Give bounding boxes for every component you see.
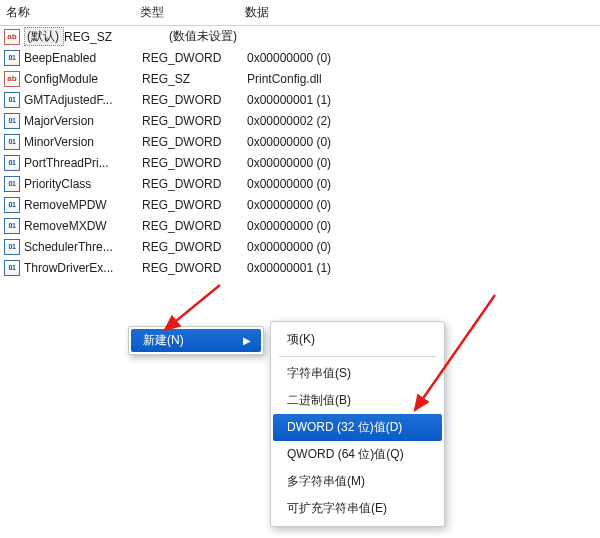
value-data: 0x00000000 (0) [247,240,600,254]
value-name: MajorVersion [24,114,142,128]
registry-value-row[interactable]: RemoveMPDWREG_DWORD0x00000000 (0) [0,194,600,215]
dword-value-icon [4,197,20,213]
registry-value-row[interactable]: PortThreadPri...REG_DWORD0x00000000 (0) [0,152,600,173]
registry-value-row[interactable]: RemoveMXDWREG_DWORD0x00000000 (0) [0,215,600,236]
menu-item[interactable]: QWORD (64 位)值(Q) [273,441,442,468]
value-data: 0x00000001 (1) [247,93,600,107]
dword-value-icon [4,92,20,108]
value-data: 0x00000000 (0) [247,51,600,65]
registry-value-row[interactable]: BeepEnabledREG_DWORD0x00000000 (0) [0,47,600,68]
registry-list-header: 名称 类型 数据 [0,0,600,26]
menu-item-new[interactable]: 新建(N) ▶ [131,329,261,352]
value-name: PriorityClass [24,177,142,191]
column-header-type[interactable]: 类型 [140,4,245,21]
value-type: REG_DWORD [142,51,247,65]
string-value-icon [4,29,20,45]
dword-value-icon [4,50,20,66]
dword-value-icon [4,113,20,129]
menu-item[interactable]: DWORD (32 位)值(D) [273,414,442,441]
registry-value-row[interactable]: MajorVersionREG_DWORD0x00000002 (2) [0,110,600,131]
dword-value-icon [4,260,20,276]
value-type: REG_DWORD [142,114,247,128]
value-type: REG_DWORD [142,261,247,275]
value-name: GMTAdjustedF... [24,93,142,107]
registry-value-list: (默认)REG_SZ(数值未设置)BeepEnabledREG_DWORD0x0… [0,26,600,278]
registry-value-row[interactable]: (默认)REG_SZ(数值未设置) [0,26,600,47]
registry-value-row[interactable]: GMTAdjustedF...REG_DWORD0x00000001 (1) [0,89,600,110]
value-name: PortThreadPri... [24,156,142,170]
value-type: REG_DWORD [142,240,247,254]
menu-item[interactable]: 字符串值(S) [273,360,442,387]
value-name: RemoveMXDW [24,219,142,233]
dword-value-icon [4,176,20,192]
value-data: (数值未设置) [169,28,600,45]
column-header-data[interactable]: 数据 [245,4,600,21]
value-data: 0x00000000 (0) [247,135,600,149]
value-type: REG_DWORD [142,93,247,107]
value-type: REG_DWORD [142,219,247,233]
submenu-arrow-icon: ▶ [243,335,251,346]
dword-value-icon [4,155,20,171]
svg-line-0 [165,285,220,330]
dword-value-icon [4,239,20,255]
registry-value-row[interactable]: ConfigModuleREG_SZPrintConfig.dll [0,68,600,89]
string-value-icon [4,71,20,87]
value-type: REG_DWORD [142,177,247,191]
value-type: REG_SZ [142,72,247,86]
value-data: 0x00000002 (2) [247,114,600,128]
value-type: REG_DWORD [142,156,247,170]
value-name: MinorVersion [24,135,142,149]
value-name: RemoveMPDW [24,198,142,212]
registry-value-row[interactable]: MinorVersionREG_DWORD0x00000000 (0) [0,131,600,152]
menu-item[interactable]: 项(K) [273,326,442,353]
registry-value-row[interactable]: SchedulerThre...REG_DWORD0x00000000 (0) [0,236,600,257]
value-name: BeepEnabled [24,51,142,65]
menu-item-label: 新建(N) [143,332,184,349]
column-header-name[interactable]: 名称 [0,4,140,21]
value-data: PrintConfig.dll [247,72,600,86]
value-name: (默认) [24,27,64,46]
value-data: 0x00000000 (0) [247,198,600,212]
context-menu-secondary: 项(K)字符串值(S)二进制值(B)DWORD (32 位)值(D)QWORD … [270,321,445,527]
context-menu-primary: 新建(N) ▶ [128,326,264,355]
value-data: 0x00000000 (0) [247,177,600,191]
dword-value-icon [4,218,20,234]
value-data: 0x00000001 (1) [247,261,600,275]
value-name: ConfigModule [24,72,142,86]
registry-value-row[interactable]: ThrowDriverEx...REG_DWORD0x00000001 (1) [0,257,600,278]
menu-item[interactable]: 二进制值(B) [273,387,442,414]
dword-value-icon [4,134,20,150]
menu-item[interactable]: 可扩充字符串值(E) [273,495,442,522]
value-data: 0x00000000 (0) [247,156,600,170]
value-name: ThrowDriverEx... [24,261,142,275]
menu-separator [279,356,436,357]
value-type: REG_SZ [64,30,169,44]
value-type: REG_DWORD [142,198,247,212]
value-name: SchedulerThre... [24,240,142,254]
value-data: 0x00000000 (0) [247,219,600,233]
menu-item[interactable]: 多字符串值(M) [273,468,442,495]
value-type: REG_DWORD [142,135,247,149]
registry-value-row[interactable]: PriorityClassREG_DWORD0x00000000 (0) [0,173,600,194]
